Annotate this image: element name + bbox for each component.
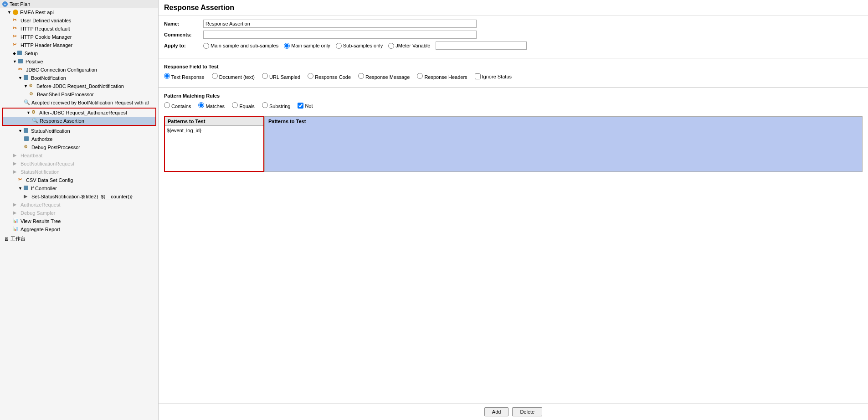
pattern-matching-label: Pattern Matching Rules xyxy=(164,93,863,99)
preproc-icon: ⚙ xyxy=(31,109,38,116)
patterns-table-header: Patterns to Test xyxy=(265,117,862,126)
radio-response-message[interactable]: Response Message xyxy=(358,73,410,80)
radio-url-sampled-input[interactable] xyxy=(262,73,268,79)
radio-url-sampled-label: URL Sampled xyxy=(269,74,300,80)
radio-sub-only[interactable]: Sub-samples only xyxy=(336,43,383,49)
radio-main-only-input[interactable] xyxy=(284,43,290,49)
checkbox-not[interactable]: Not xyxy=(298,103,313,109)
tree-item-setup[interactable]: ◆ Setup xyxy=(0,49,158,57)
tree-label: EMEA Rest api xyxy=(20,10,54,15)
svg-rect-6 xyxy=(24,128,28,133)
controller-icon xyxy=(17,50,23,57)
preproc-icon: ⚙ xyxy=(29,91,36,98)
patterns-table-selected-row[interactable] xyxy=(265,126,862,171)
radio-jmeter-var-input[interactable] xyxy=(388,43,394,49)
radio-document[interactable]: Document (text) xyxy=(212,73,255,80)
svg-rect-8 xyxy=(24,186,28,190)
radio-contains-label: Contains xyxy=(171,104,191,109)
config-icon: ✂ xyxy=(13,42,19,48)
tree-item-before[interactable]: ▼ ⚙ Before-JDBC Request_BootNotification xyxy=(0,82,158,90)
config-icon: ✂ xyxy=(13,17,19,24)
tree-label: Test Plan xyxy=(10,1,30,7)
apply-to-label: Apply to: xyxy=(164,43,200,48)
tree-item-authorizereq[interactable]: ▶ AuthorizeRequest xyxy=(0,201,158,209)
delete-button[interactable]: Delete xyxy=(512,407,542,416)
name-label: Name: xyxy=(164,21,200,26)
radio-text-response[interactable]: Text Response xyxy=(164,73,205,80)
tree-item-setstatusnotif[interactable]: ▶ Set-StatusNotification-${title2}_${__c… xyxy=(0,192,158,201)
tree-item-positive[interactable]: ▼ Positive xyxy=(0,57,158,66)
radio-response-code[interactable]: Response Code xyxy=(308,73,351,80)
radio-sub-only-input[interactable] xyxy=(336,43,342,49)
checkbox-ignore-status[interactable]: Ignore Status xyxy=(475,73,512,79)
tree-item-header[interactable]: ✂ HTTP Header Manager xyxy=(0,41,158,49)
radio-substring-input[interactable] xyxy=(262,102,268,108)
bottom-buttons: Add Delete xyxy=(159,403,868,420)
tree-item-viewresults[interactable]: 📊 View Results Tree xyxy=(0,217,158,225)
tree-item-afterjdbc[interactable]: ▼ ⚙ After-JDBC Request_AuthorizeRequest xyxy=(3,109,155,117)
panel-title: Response Assertion xyxy=(159,0,868,16)
tree-item-jdbc[interactable]: ✂ JDBC Connection Configuration xyxy=(0,66,158,74)
radio-main-only[interactable]: Main sample only xyxy=(284,43,330,49)
radio-url-sampled[interactable]: URL Sampled xyxy=(262,73,300,80)
radio-contains[interactable]: Contains xyxy=(164,102,191,109)
radio-jmeter-var[interactable]: JMeter Variable xyxy=(388,43,430,49)
tree-item-bootnotif[interactable]: ▼ BootNotification xyxy=(0,74,158,82)
radio-response-code-input[interactable] xyxy=(308,73,313,79)
tree-label: StatusNotification xyxy=(21,169,60,175)
radio-contains-input[interactable] xyxy=(164,102,170,108)
radio-main-sub[interactable]: Main sample and sub-samples xyxy=(203,43,278,49)
jmeter-var-input[interactable] xyxy=(436,41,527,50)
tree-label: Accpted received by BootNotification Req… xyxy=(31,100,149,105)
tree-item-uservars[interactable]: ✂ User Defined variables xyxy=(0,16,158,25)
controller-icon xyxy=(23,75,30,81)
workbench-label: 工作台 xyxy=(10,235,26,242)
tree-label: Debug PostProcessor xyxy=(31,145,80,150)
tree-item-csvdata[interactable]: ✂ CSV Data Set Config xyxy=(0,176,158,184)
tree-label: Setup xyxy=(25,51,38,56)
tree-item-authorize[interactable]: Authorize xyxy=(0,135,158,143)
tree-item-heartbeat[interactable]: ▶ Heartbeat xyxy=(0,151,158,160)
tree-item-beanshell[interactable]: ⚙ BeanShell PostProcessor xyxy=(0,90,158,99)
tree-label: Debug Sampler xyxy=(21,210,55,216)
radio-matches-input[interactable] xyxy=(198,102,204,108)
tree-item-aggregatereport[interactable]: 📊 Aggregate Report xyxy=(0,225,158,233)
tree-item-bootnotif2[interactable]: ▶ BootNotificationRequest xyxy=(0,160,158,168)
tree-item-response-assertion[interactable]: 🔍 Response Assertion xyxy=(3,117,155,125)
tree-label: HTTP Header Manager xyxy=(21,42,72,48)
radio-equals[interactable]: Equals xyxy=(232,102,255,109)
radio-main-sub-input[interactable] xyxy=(203,43,209,49)
sampler-icon: ▶ xyxy=(13,152,19,159)
radio-matches[interactable]: Matches xyxy=(198,102,225,109)
tree-item-emea[interactable]: ▼ EMEA Rest api xyxy=(0,8,158,16)
radio-text-response-input[interactable] xyxy=(164,73,170,79)
tree-item-cookie[interactable]: ✂ HTTP Cookie Manager xyxy=(0,33,158,41)
listener-icon: 📊 xyxy=(13,226,19,233)
workbench-item[interactable]: 🖥 工作台 xyxy=(0,233,158,244)
radio-response-headers[interactable]: Response Headers xyxy=(417,73,467,80)
comments-input[interactable] xyxy=(203,31,477,39)
checkbox-ignore-status-input[interactable] xyxy=(475,73,481,79)
radio-document-input[interactable] xyxy=(212,73,218,79)
tree-label: Heartbeat xyxy=(21,153,42,158)
radio-equals-input[interactable] xyxy=(232,102,238,108)
radio-substring[interactable]: Substring xyxy=(262,102,291,109)
radio-response-message-input[interactable] xyxy=(358,73,364,79)
tree-item-debugpost[interactable]: ⚙ Debug PostProcessor xyxy=(0,143,158,151)
tree-item-accepted[interactable]: 🔍 Accpted received by BootNotification R… xyxy=(0,99,158,107)
expand-icon: ◆ xyxy=(13,51,16,56)
tree-item-httprequest[interactable]: ✂ HTTP Request default xyxy=(0,25,158,33)
patterns-table: Patterns to Test xyxy=(264,116,863,172)
checkbox-not-label: Not xyxy=(305,103,313,109)
tree-item-statusnotif[interactable]: ▼ StatusNotification xyxy=(0,127,158,135)
tree-label: HTTP Cookie Manager xyxy=(21,34,72,40)
checkbox-not-input[interactable] xyxy=(298,103,303,109)
tree-label: BootNotificationRequest xyxy=(21,161,74,166)
tree-item-statusnotif2[interactable]: ▶ StatusNotification xyxy=(0,168,158,176)
tree-item-testplan[interactable]: ✦ Test Plan xyxy=(0,0,158,8)
tree-item-debugsampler[interactable]: ▶ Debug Sampler xyxy=(0,209,158,217)
tree-item-ifcontroller[interactable]: ▼ If Controller xyxy=(0,184,158,192)
name-input[interactable] xyxy=(203,20,477,28)
add-button[interactable]: Add xyxy=(484,407,509,416)
radio-response-headers-input[interactable] xyxy=(417,73,423,79)
